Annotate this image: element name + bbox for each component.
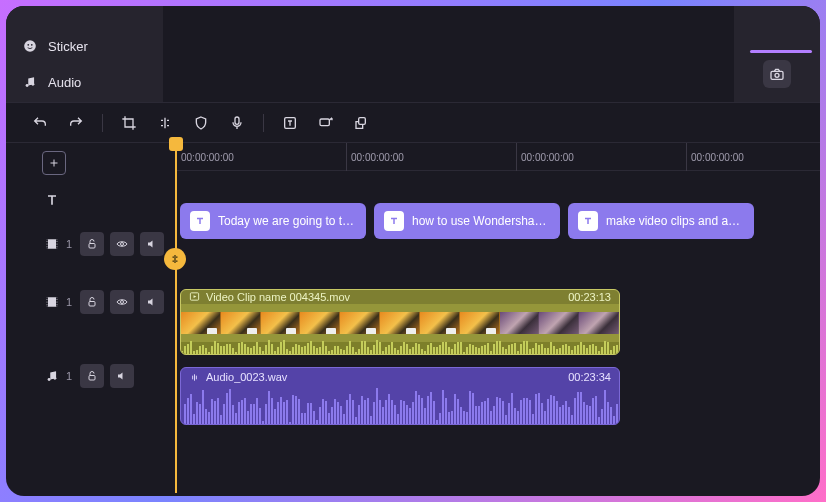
play-icon — [189, 291, 200, 302]
text-clip-label: make video clips and autom... — [606, 214, 744, 228]
svg-point-16 — [46, 246, 47, 247]
svg-point-0 — [24, 40, 36, 52]
speaker-icon — [116, 370, 128, 382]
smiley-icon — [22, 38, 38, 54]
redo-button[interactable] — [62, 109, 90, 137]
timeline-toolbar — [6, 103, 820, 143]
text-clip[interactable]: Today we are going to talk a... — [180, 203, 366, 239]
lock-icon — [86, 370, 98, 382]
audio-waveform — [181, 394, 619, 424]
svg-point-18 — [56, 243, 57, 244]
text-button[interactable] — [276, 109, 304, 137]
svg-point-33 — [48, 378, 51, 381]
svg-point-26 — [46, 301, 47, 302]
music-track-icon — [42, 366, 62, 386]
video-thumbnails — [181, 312, 619, 335]
text-track-header — [6, 177, 176, 223]
layers-button[interactable] — [348, 109, 376, 137]
preview-area — [163, 6, 728, 102]
time-ruler[interactable]: 00:00:00:00 00:00:00:00 00:00:00:00 00:0… — [176, 143, 820, 171]
video-track-2-header: 1 — [6, 265, 176, 339]
svg-point-29 — [56, 301, 57, 302]
music-note-icon — [22, 74, 38, 90]
svg-rect-31 — [89, 302, 95, 307]
video-track-1-header: 1 — [6, 223, 176, 265]
nav-audio[interactable]: Audio — [6, 64, 163, 100]
separator — [263, 114, 264, 132]
separator — [102, 114, 103, 132]
redo-icon — [68, 115, 84, 131]
right-panel — [728, 6, 820, 102]
svg-point-19 — [56, 246, 57, 247]
camera-icon — [769, 66, 785, 82]
audio-clip[interactable]: Audio_0023.wav 00:23:34 — [180, 367, 620, 425]
text-box-icon — [282, 115, 298, 131]
accent-bar — [750, 50, 812, 53]
svg-point-1 — [27, 44, 29, 46]
snapshot-button[interactable] — [763, 60, 791, 88]
undo-button[interactable] — [26, 109, 54, 137]
text-clip-label: how to use Wondershare De... — [412, 214, 550, 228]
lock-button[interactable] — [80, 290, 104, 314]
mic-button[interactable] — [223, 109, 251, 137]
svg-point-25 — [46, 299, 47, 300]
video-clip-header: Video Clip name 004345.mov 00:23:13 — [181, 290, 619, 304]
lock-button[interactable] — [80, 364, 104, 388]
lock-button[interactable] — [80, 232, 104, 256]
svg-point-15 — [46, 243, 47, 244]
text-clip[interactable]: how to use Wondershare De... — [374, 203, 560, 239]
text-clip-label: Today we are going to talk a... — [218, 214, 356, 228]
track-count: 1 — [66, 238, 72, 250]
svg-point-28 — [56, 299, 57, 300]
speaker-icon — [146, 296, 158, 308]
svg-point-17 — [56, 241, 57, 242]
svg-rect-20 — [89, 244, 95, 249]
track-headers: 1 1 1 — [6, 143, 176, 493]
svg-rect-10 — [359, 117, 366, 124]
svg-rect-5 — [771, 71, 783, 79]
mic-icon — [229, 115, 245, 131]
nav-audio-label: Audio — [48, 75, 81, 90]
svg-point-21 — [121, 243, 124, 246]
visibility-button[interactable] — [110, 232, 134, 256]
add-track-button[interactable] — [42, 151, 66, 175]
caption-badge-icon — [384, 211, 404, 231]
crop-icon — [121, 115, 137, 131]
ruler-tick: 00:00:00:00 — [176, 143, 234, 171]
video-track-icon — [42, 234, 62, 254]
nav-sticker[interactable]: Sticker — [6, 28, 163, 64]
mute-button[interactable] — [140, 290, 164, 314]
visibility-button[interactable] — [110, 290, 134, 314]
split-icon — [157, 115, 173, 131]
ruler-tick: 00:00:00:00 — [686, 143, 744, 171]
split-handle[interactable] — [164, 248, 186, 270]
svg-point-30 — [56, 304, 57, 305]
layers-icon — [354, 115, 370, 131]
audio-clip-name: Audio_0023.wav — [206, 371, 287, 383]
lock-icon — [86, 296, 98, 308]
mute-button[interactable] — [110, 364, 134, 388]
crop-button[interactable] — [115, 109, 143, 137]
ruler-tick: 00:00:00:00 — [346, 143, 404, 171]
eye-icon — [116, 238, 128, 250]
tracks-area[interactable]: Today we are going to talk a... how to u… — [176, 171, 820, 493]
svg-point-3 — [26, 84, 29, 87]
app-shell: Sticker Audio — [6, 6, 820, 496]
row-add — [6, 149, 176, 177]
media-nav: Sticker Audio — [6, 6, 163, 102]
text-track-icon — [42, 190, 62, 210]
caption-button[interactable] — [312, 109, 340, 137]
shield-button[interactable] — [187, 109, 215, 137]
mute-button[interactable] — [140, 232, 164, 256]
caption-badge-icon — [578, 211, 598, 231]
svg-point-27 — [46, 304, 47, 305]
text-clip[interactable]: make video clips and autom... — [568, 203, 754, 239]
video-audio-waveform — [181, 342, 619, 354]
eye-icon — [116, 296, 128, 308]
split-button[interactable] — [151, 109, 179, 137]
audio-track-header: 1 — [6, 339, 176, 413]
video-clip[interactable]: Video Clip name 004345.mov 00:23:13 — [180, 289, 620, 355]
plus-icon — [48, 157, 60, 169]
svg-rect-7 — [235, 117, 239, 124]
svg-rect-9 — [320, 119, 329, 126]
